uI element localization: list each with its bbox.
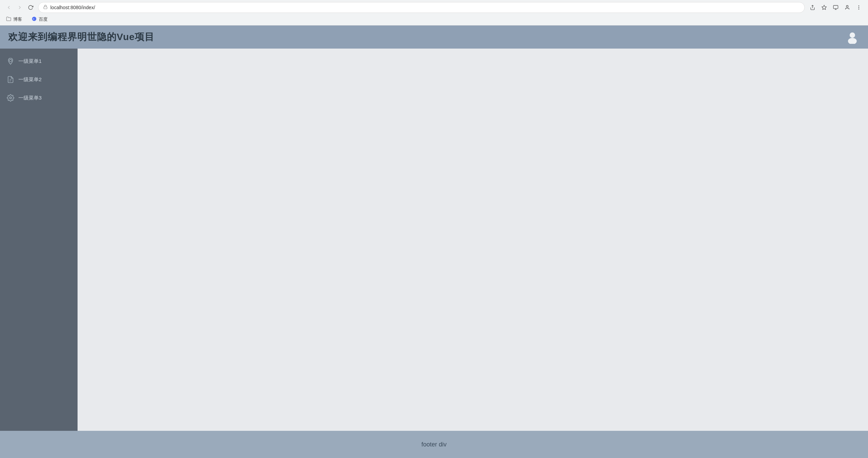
app-main (78, 49, 868, 431)
location-icon (7, 57, 14, 65)
browser-chrome: localhost:8080/index/ 博客 (0, 0, 868, 25)
folder-icon (6, 16, 11, 22)
svg-point-9 (858, 9, 859, 9)
reload-button[interactable] (26, 3, 35, 12)
sidebar-menu3-label: 一级菜单3 (18, 95, 41, 101)
app-body: 一级菜单1 一级菜单2 一级菜单3 (0, 49, 868, 431)
tablet-mode-button[interactable] (831, 2, 841, 13)
footer-text: footer div (421, 441, 447, 448)
bookmark-bojke[interactable]: 博客 (4, 16, 24, 23)
app-sidebar: 一级菜单1 一级菜单2 一级菜单3 (0, 49, 78, 431)
app-footer: footer div (0, 431, 868, 458)
browser-actions (807, 2, 864, 13)
user-avatar-button[interactable] (845, 30, 860, 45)
svg-point-14 (9, 59, 12, 62)
app-header: 欢迎来到编程界明世隐的Vue项目 (0, 25, 868, 49)
sidebar-item-menu3[interactable]: 一级菜单3 (0, 89, 78, 107)
svg-text:B: B (33, 18, 34, 20)
lock-icon (43, 5, 48, 10)
bookmark-baidu[interactable]: B 百度 (30, 16, 50, 23)
share-button[interactable] (807, 2, 818, 13)
sidebar-menu1-label: 一级菜单1 (18, 58, 41, 65)
browser-nav-buttons (4, 3, 35, 12)
profile-button[interactable] (842, 2, 852, 13)
svg-point-6 (846, 5, 848, 7)
settings-icon (7, 94, 14, 102)
url-text: localhost:8080/index/ (50, 5, 800, 10)
svg-rect-3 (833, 5, 838, 8)
user-avatar-icon (846, 30, 859, 44)
svg-point-17 (10, 97, 12, 99)
sidebar-item-menu1[interactable]: 一级菜单1 (0, 52, 78, 70)
sidebar-item-menu2[interactable]: 一级菜单2 (0, 70, 78, 89)
document-icon (7, 76, 14, 83)
svg-point-7 (858, 6, 859, 6)
svg-point-8 (858, 7, 859, 7)
svg-rect-0 (44, 7, 47, 9)
address-bar[interactable]: localhost:8080/index/ (38, 2, 805, 13)
svg-point-13 (848, 38, 857, 44)
forward-button[interactable] (15, 3, 24, 12)
back-button[interactable] (4, 3, 14, 12)
svg-point-12 (850, 32, 855, 38)
browser-toolbar: localhost:8080/index/ (0, 0, 868, 15)
sidebar-menu2-label: 一级菜单2 (18, 76, 41, 83)
menu-button[interactable] (854, 2, 864, 13)
bookmark-baidu-label: 百度 (39, 16, 48, 22)
browser-bookmarks: 博客 B 百度 (0, 15, 868, 25)
app-title: 欢迎来到编程界明世隐的Vue项目 (8, 31, 154, 43)
baidu-icon: B (32, 16, 37, 22)
app-container: 欢迎来到编程界明世隐的Vue项目 一级菜单1 (0, 25, 868, 458)
bookmark-bojke-label: 博客 (13, 16, 22, 22)
bookmark-button[interactable] (819, 2, 829, 13)
svg-marker-2 (822, 5, 826, 10)
